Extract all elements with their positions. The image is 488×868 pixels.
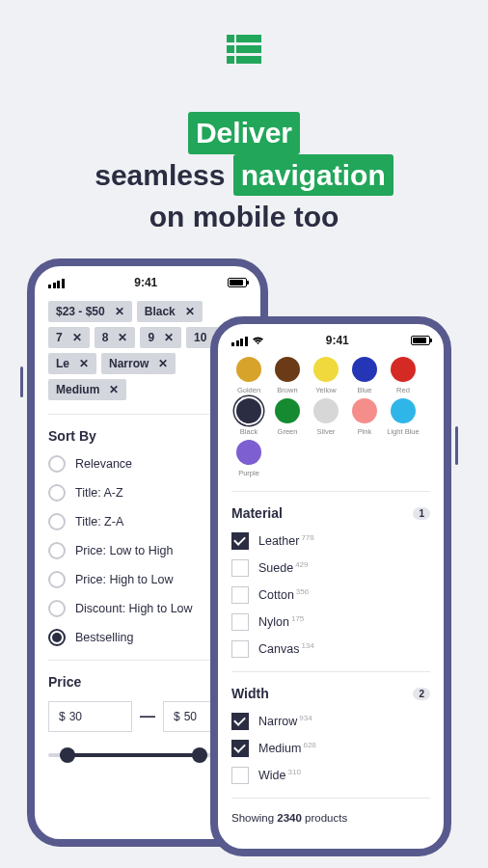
sort-option-label: Price: Low to High [75,544,173,557]
filter-chip[interactable]: Black✕ [137,301,203,322]
sort-option-label: Relevance [75,457,132,471]
headline-word-3: navigation [233,154,393,197]
width-count-badge: 2 [413,688,430,700]
status-bar: 9:41 [218,324,444,353]
close-icon[interactable]: ✕ [79,358,89,369]
filter-option[interactable]: Wide310 [231,767,430,784]
close-icon[interactable]: ✕ [158,358,168,369]
divider [231,798,430,799]
filter-chip[interactable]: 9✕ [140,327,181,348]
filter-option[interactable]: Narrow934 [231,713,430,730]
swatch-circle [313,398,339,423]
filter-option[interactable]: Cotton356 [231,586,430,604]
filter-option[interactable]: Nylon175 [231,613,430,631]
swatch-label: Pink [358,427,372,436]
material-count-badge: 1 [413,507,430,520]
width-title: Width2 [231,686,430,701]
swatch-label: Blue [357,386,371,394]
color-swatch[interactable]: Purple [231,440,266,477]
price-range-dash: — [140,708,155,725]
swatch-label: Brown [277,386,297,394]
filter-chip[interactable]: 8✕ [95,327,136,348]
sort-option-label: Price: High to Low [75,573,173,586]
phone-mockup-right: 9:41 GoldenBrownYellowBlueRedBlackGreenS… [210,316,451,856]
status-time: 9:41 [326,334,349,347]
material-options: Leather778Suede429Cotton356Nylon175Canva… [231,532,430,658]
checkbox-icon [231,532,249,550]
radio-icon [48,542,66,559]
color-swatch[interactable]: Light Blue [386,398,420,436]
color-swatch[interactable]: Golden [231,357,266,394]
color-swatch[interactable]: Blue [347,357,382,394]
swatch-circle [275,357,300,382]
filter-option[interactable]: Suede429 [231,559,430,577]
filter-option[interactable]: Leather778 [231,532,430,550]
radio-icon [48,513,66,530]
swatch-circle [352,398,377,423]
filter-chip[interactable]: Medium✕ [48,379,126,400]
color-swatch[interactable]: Brown [270,357,305,394]
close-icon[interactable]: ✕ [109,384,119,395]
checkbox-icon [231,713,249,730]
signal-icon [48,277,65,288]
sort-option-label: Title: Z-A [75,515,123,529]
radio-icon [48,484,66,502]
color-swatch[interactable]: Pink [347,398,382,436]
battery-icon [228,278,247,287]
close-icon[interactable]: ✕ [72,332,82,343]
filter-option[interactable]: Canvas134 [231,640,430,658]
phone-button [20,366,23,397]
color-swatch[interactable]: Black [231,398,266,436]
swatch-label: Purple [238,469,259,477]
close-icon[interactable]: ✕ [115,306,124,317]
swatch-circle [236,398,261,423]
swatch-circle [275,398,300,423]
svg-rect-3 [236,45,261,53]
material-title: Material1 [231,505,430,521]
filter-chip[interactable]: Le✕ [48,353,96,374]
filter-option-label: Wide310 [258,768,301,782]
swatch-label: Red [396,386,410,394]
filter-chip[interactable]: Narrow✕ [101,353,176,374]
svg-rect-4 [227,56,234,64]
color-swatch[interactable]: Silver [309,398,343,436]
status-time: 9:41 [134,276,157,289]
close-icon[interactable]: ✕ [185,306,195,317]
width-options: Narrow934Medium628Wide310 [231,713,430,784]
close-icon[interactable]: ✕ [118,332,127,343]
headline-word-1: Deliver [188,112,300,154]
wifi-icon [252,336,264,345]
swatch-label: Golden [237,386,260,394]
filter-option[interactable]: Medium628 [231,740,430,757]
radio-icon [48,600,66,617]
filter-option-label: Narrow934 [258,714,312,728]
color-swatch[interactable]: Yellow [309,357,343,394]
checkbox-icon [231,640,249,658]
swatch-label: Black [240,427,258,436]
price-min-input[interactable]: $30 [48,701,132,732]
divider [231,671,430,672]
phone-button [455,426,458,465]
swatch-circle [352,357,377,382]
filter-chip[interactable]: 7✕ [48,327,90,348]
swatch-circle [236,357,261,382]
radio-icon [48,629,66,646]
swatch-label: Light Blue [387,427,419,436]
swatch-circle [236,440,261,465]
sort-option-label: Discount: High to Low [75,602,193,615]
status-bar: 9:41 [35,266,260,295]
checkbox-icon [231,559,249,577]
headline-word-2: seamless [95,159,225,191]
color-swatch[interactable]: Green [270,398,305,436]
checkbox-icon [231,586,249,604]
color-swatches: GoldenBrownYellowBlueRedBlackGreenSilver… [231,357,430,477]
color-swatch[interactable]: Red [386,357,420,394]
results-count: Showing 2340 products [231,812,430,824]
swatch-circle [391,357,416,382]
svg-rect-1 [236,35,261,42]
signal-icon [231,335,248,346]
divider [231,491,430,492]
close-icon[interactable]: ✕ [164,332,174,343]
filter-chip[interactable]: $23 - $50✕ [48,301,132,322]
checkbox-icon [231,767,249,784]
